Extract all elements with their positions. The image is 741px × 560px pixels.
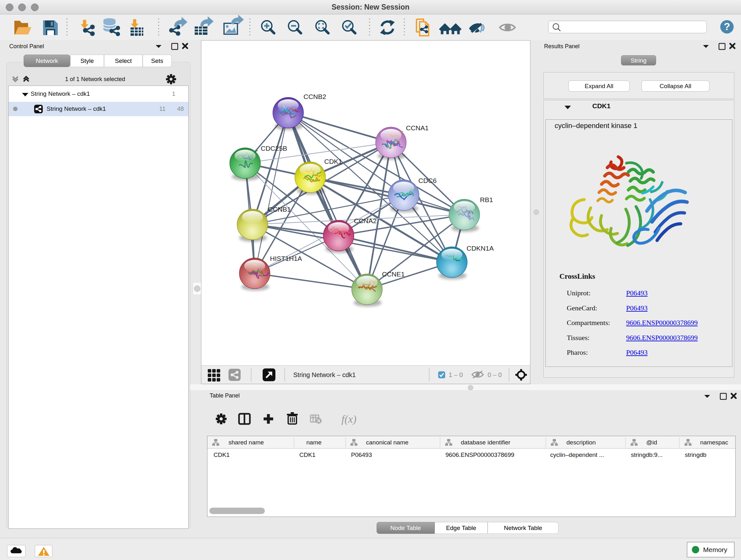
svg-text:f(x): f(x) — [341, 413, 356, 425]
svg-text:CCNA2: CCNA2 — [354, 217, 377, 225]
svg-text:description: description — [566, 439, 596, 446]
svg-text:@id: @id — [646, 439, 657, 446]
svg-text:name: name — [307, 439, 322, 446]
svg-text:String Network – cdk1: String Network – cdk1 — [293, 371, 356, 378]
svg-text:CDKN1A: CDKN1A — [467, 245, 494, 252]
svg-text:?: ? — [724, 21, 730, 32]
svg-text:CCNB2: CCNB2 — [304, 93, 326, 100]
svg-text:CCNA1: CCNA1 — [406, 124, 428, 132]
svg-text:0 – 0: 0 – 0 — [488, 371, 502, 378]
svg-text:database identifier: database identifier — [461, 439, 511, 446]
svg-text:canonical name: canonical name — [366, 439, 408, 446]
svg-text:shared name: shared name — [228, 439, 264, 446]
svg-text:1 – 0: 1 – 0 — [449, 371, 463, 378]
svg-text:CDC6: CDC6 — [418, 177, 436, 184]
svg-text:RB1: RB1 — [480, 196, 493, 203]
svg-text:HIST1H1A: HIST1H1A — [270, 255, 302, 262]
svg-text:CDK1: CDK1 — [324, 158, 342, 165]
svg-text:CDC25B: CDC25B — [261, 145, 287, 152]
svg-text:namespac: namespac — [700, 439, 728, 446]
svg-text:CCNB1: CCNB1 — [268, 206, 291, 213]
svg-text:CCNE1: CCNE1 — [382, 270, 405, 278]
